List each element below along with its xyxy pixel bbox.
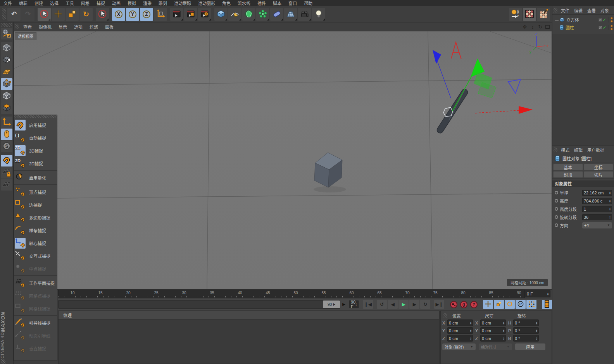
menubar-item[interactable]: 工具: [62, 0, 78, 7]
prev-key-button[interactable]: ◀: [388, 300, 398, 309]
coordinate-input[interactable]: 0 °▴▾: [513, 327, 539, 334]
snap-menu-item[interactable]: 工作平面捕捉: [14, 276, 57, 289]
texture-mode-button[interactable]: [1, 54, 12, 66]
menubar-item[interactable]: 选择: [47, 0, 62, 7]
menubar-item[interactable]: 帮助: [300, 0, 316, 7]
viewport-menubar-grip[interactable]: [15, 24, 19, 29]
spline-pen-button[interactable]: [228, 8, 241, 21]
menubar-item[interactable]: 编辑: [16, 0, 31, 7]
coordinate-input[interactable]: 0 cm▴▾: [480, 335, 506, 342]
object-manager-grip[interactable]: [554, 8, 557, 13]
coordinate-input[interactable]: 0 cm▴▾: [480, 319, 506, 326]
menubar-item[interactable]: 动画: [109, 0, 124, 7]
rotate-view-icon[interactable]: ↻: [538, 24, 543, 29]
editor-visibility-dot[interactable]: [611, 17, 613, 19]
snap-settings-button[interactable]: [1, 155, 12, 167]
snap-menu-item[interactable]: 网格点捕捉: [14, 289, 57, 302]
model-mode-button[interactable]: [1, 42, 12, 54]
coordinates-grip[interactable]: [443, 313, 447, 318]
timeline-ruler[interactable]: 1015202530354045505560657075808590: [58, 290, 525, 298]
menubar-item[interactable]: 创建: [31, 0, 47, 7]
play-reverse-button[interactable]: ↺: [377, 300, 387, 309]
coordinate-input[interactable]: 0 °▴▾: [513, 319, 539, 326]
redo-button[interactable]: ↷: [21, 8, 34, 21]
value-stepper[interactable]: ▴▾: [536, 337, 537, 340]
view-label[interactable]: 透视视图: [15, 32, 36, 40]
zoom-view-icon[interactable]: ↕: [530, 24, 535, 29]
coordinate-input[interactable]: 0 cm▴▾: [480, 327, 506, 334]
object-manager-empty-area[interactable]: [552, 34, 614, 146]
snap-menu-item[interactable]: 轴心捕捉: [14, 237, 57, 249]
enabled-check-icon[interactable]: ✓: [603, 17, 606, 22]
gizmo-x-arrowhead[interactable]: [519, 106, 533, 114]
value-stepper[interactable]: ▴▾: [609, 191, 611, 194]
play-cycle-button[interactable]: ↻: [420, 300, 430, 309]
last-tool-button[interactable]: [96, 8, 109, 21]
object-manager-menu-item[interactable]: 对象: [598, 7, 611, 14]
viewport-menu-item[interactable]: 过滤: [86, 24, 102, 30]
end-frame-field[interactable]: 0 F ▴▾: [525, 290, 550, 297]
polygons-mode-button[interactable]: [1, 102, 12, 114]
snap-menu-item[interactable]: 顶点捕捉: [14, 185, 57, 198]
layer-toggle-icon[interactable]: [598, 18, 602, 22]
snap-menu-item[interactable]: 3D3D捕捉: [14, 144, 57, 157]
snap-menu-item[interactable]: 多边形捕捉: [14, 211, 57, 224]
coordinate-system-button[interactable]: [154, 8, 167, 21]
value-stepper[interactable]: ▴▾: [609, 208, 611, 211]
viewport-canvas[interactable]: 透视视图 网格间距 : 1000 cm: [14, 31, 552, 290]
value-stepper[interactable]: ▴▾: [536, 321, 537, 325]
gizmo-x-axis[interactable]: [475, 110, 519, 113]
record-key-button[interactable]: [449, 300, 458, 309]
value-stepper[interactable]: ▴▾: [470, 329, 471, 332]
deformer-button[interactable]: [270, 8, 283, 21]
coordinate-input[interactable]: 0 cm▴▾: [447, 327, 473, 334]
object-row[interactable]: 圆柱✓: [554, 24, 614, 31]
coordinate-input[interactable]: 0 cm▴▾: [447, 335, 473, 342]
menubar-item[interactable]: 雕刻: [155, 0, 171, 7]
points-mode-button[interactable]: [1, 78, 12, 90]
menubar-item[interactable]: 窗口: [285, 0, 300, 7]
axis-xyz-button[interactable]: XYZ: [509, 8, 522, 21]
materials-header[interactable]: 纹理: [59, 311, 439, 319]
cube-object[interactable]: [314, 153, 346, 192]
value-stepper[interactable]: ▴▾: [470, 337, 471, 340]
attribute-manager-menu-item[interactable]: 编辑: [572, 146, 585, 153]
gizmo-z-arrowhead[interactable]: [433, 50, 441, 64]
texture-paint-button[interactable]: [537, 8, 550, 21]
lock-x-button[interactable]: X: [112, 8, 125, 21]
viewport-menu-item[interactable]: 查看: [20, 24, 35, 30]
render-view-button[interactable]: [170, 8, 183, 21]
pan-view-icon[interactable]: ✥: [522, 24, 528, 29]
attribute-manager-menu-item[interactable]: 模式: [559, 146, 572, 153]
attribute-tab[interactable]: 封顶: [553, 171, 583, 178]
menubar-item[interactable]: 脚本: [269, 0, 285, 7]
current-frame-field[interactable]: 90 F ▴▾: [349, 300, 359, 308]
snap-menu-item[interactable]: 交互式捕捉: [14, 249, 57, 262]
property-input[interactable]: 36▴▾: [582, 214, 612, 220]
value-stepper[interactable]: ▴▾: [609, 199, 611, 203]
grid-snap-button[interactable]: [1, 179, 12, 191]
snap-menu-drag-strip[interactable]: [14, 115, 57, 118]
attribute-manager-grip[interactable]: [554, 148, 557, 152]
property-input[interactable]: 1▴▾: [582, 206, 612, 212]
record-selection-button[interactable]: ?: [469, 300, 478, 309]
attribute-manager-menu-item[interactable]: 用户数据: [585, 146, 607, 153]
next-key-button[interactable]: ▶: [409, 300, 419, 309]
end-frame-stepper[interactable]: ▴▾: [547, 292, 548, 295]
light-button[interactable]: [312, 8, 325, 21]
key-pla-button[interactable]: [526, 300, 536, 309]
menubar-item[interactable]: 捕捉: [93, 0, 109, 7]
scale-button[interactable]: [66, 8, 79, 21]
make-editable-button[interactable]: [1, 28, 12, 39]
animation-toggle-icon[interactable]: [555, 215, 558, 219]
left-toolbar-grip[interactable]: [1, 23, 12, 27]
value-stepper[interactable]: ▴▾: [609, 216, 611, 219]
menubar-item[interactable]: 插件: [254, 0, 269, 7]
workplane-mode-button[interactable]: [1, 66, 12, 78]
goto-start-button[interactable]: ❙◀: [363, 300, 373, 309]
key-scale-button[interactable]: [494, 300, 504, 309]
animation-toggle-icon[interactable]: [555, 199, 558, 203]
camera-button[interactable]: [298, 8, 311, 21]
value-stepper[interactable]: ▴▾: [503, 337, 504, 340]
snap-menu-item[interactable]: 引导线捕捉: [14, 316, 57, 329]
